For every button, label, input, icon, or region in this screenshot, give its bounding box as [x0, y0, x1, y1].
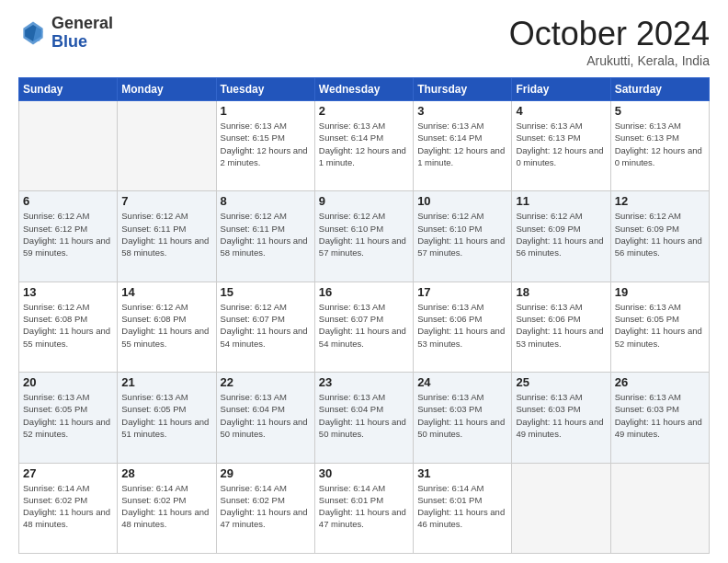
page: General Blue October 2024 Arukutti, Kera… — [0, 0, 728, 563]
logo-text: General Blue — [51, 15, 113, 52]
day-info: Sunrise: 6:13 AMSunset: 6:06 PMDaylight:… — [417, 301, 507, 350]
day-number: 12 — [615, 194, 705, 208]
day-info: Sunrise: 6:12 AMSunset: 6:07 PMDaylight:… — [221, 301, 311, 350]
day-number: 24 — [417, 375, 507, 389]
day-info: Sunrise: 6:13 AMSunset: 6:04 PMDaylight:… — [221, 391, 311, 440]
calendar-cell: 14Sunrise: 6:12 AMSunset: 6:08 PMDayligh… — [118, 282, 216, 372]
day-number: 21 — [121, 375, 211, 389]
calendar-cell: 20Sunrise: 6:13 AMSunset: 6:05 PMDayligh… — [19, 373, 118, 463]
calendar-cell: 22Sunrise: 6:13 AMSunset: 6:04 PMDayligh… — [216, 373, 314, 463]
day-info: Sunrise: 6:13 AMSunset: 6:07 PMDaylight:… — [319, 301, 409, 350]
calendar-cell: 19Sunrise: 6:13 AMSunset: 6:05 PMDayligh… — [610, 282, 709, 372]
weekday-header: Monday — [118, 78, 216, 101]
calendar-cell: 5Sunrise: 6:13 AMSunset: 6:13 PMDaylight… — [610, 101, 709, 191]
calendar-cell: 11Sunrise: 6:12 AMSunset: 6:09 PMDayligh… — [512, 191, 610, 282]
calendar-cell: 29Sunrise: 6:14 AMSunset: 6:02 PMDayligh… — [216, 463, 314, 553]
day-info: Sunrise: 6:13 AMSunset: 6:13 PMDaylight:… — [516, 120, 606, 168]
day-info: Sunrise: 6:13 AMSunset: 6:03 PMDaylight:… — [615, 391, 705, 440]
day-number: 17 — [417, 285, 507, 299]
day-number: 31 — [417, 466, 507, 480]
calendar-cell: 25Sunrise: 6:13 AMSunset: 6:03 PMDayligh… — [512, 373, 610, 463]
day-info: Sunrise: 6:14 AMSunset: 6:01 PMDaylight:… — [417, 482, 507, 531]
calendar-cell: 9Sunrise: 6:12 AMSunset: 6:10 PMDaylight… — [314, 191, 413, 282]
day-number: 8 — [221, 194, 311, 208]
weekday-header: Tuesday — [216, 78, 314, 101]
day-number: 30 — [319, 466, 409, 480]
calendar-cell: 12Sunrise: 6:12 AMSunset: 6:09 PMDayligh… — [610, 191, 709, 282]
day-number: 7 — [121, 194, 211, 208]
day-info: Sunrise: 6:14 AMSunset: 6:02 PMDaylight:… — [221, 482, 311, 531]
logo-icon — [18, 18, 48, 48]
calendar: SundayMondayTuesdayWednesdayThursdayFrid… — [18, 77, 710, 554]
day-info: Sunrise: 6:13 AMSunset: 6:06 PMDaylight:… — [516, 301, 606, 350]
day-number: 22 — [221, 375, 311, 389]
day-number: 23 — [319, 375, 409, 389]
weekday-header-row: SundayMondayTuesdayWednesdayThursdayFrid… — [19, 78, 710, 101]
day-info: Sunrise: 6:12 AMSunset: 6:09 PMDaylight:… — [516, 210, 606, 259]
calendar-cell: 13Sunrise: 6:12 AMSunset: 6:08 PMDayligh… — [19, 282, 118, 372]
calendar-cell: 3Sunrise: 6:13 AMSunset: 6:14 PMDaylight… — [414, 101, 512, 191]
calendar-cell: 30Sunrise: 6:14 AMSunset: 6:01 PMDayligh… — [314, 463, 413, 553]
calendar-cell: 27Sunrise: 6:14 AMSunset: 6:02 PMDayligh… — [19, 463, 118, 553]
day-number: 25 — [516, 375, 606, 389]
logo: General Blue — [18, 15, 113, 52]
day-info: Sunrise: 6:12 AMSunset: 6:08 PMDaylight:… — [121, 301, 211, 350]
day-number: 16 — [319, 285, 409, 299]
calendar-cell: 28Sunrise: 6:14 AMSunset: 6:02 PMDayligh… — [118, 463, 216, 553]
day-info: Sunrise: 6:14 AMSunset: 6:02 PMDaylight:… — [121, 482, 211, 531]
day-info: Sunrise: 6:13 AMSunset: 6:05 PMDaylight:… — [23, 391, 113, 440]
calendar-cell — [118, 101, 216, 191]
calendar-week-row: 1Sunrise: 6:13 AMSunset: 6:15 PMDaylight… — [19, 101, 710, 191]
day-number: 19 — [615, 285, 705, 299]
day-number: 27 — [23, 466, 113, 480]
calendar-cell: 4Sunrise: 6:13 AMSunset: 6:13 PMDaylight… — [512, 101, 610, 191]
day-number: 5 — [615, 104, 705, 118]
calendar-cell: 16Sunrise: 6:13 AMSunset: 6:07 PMDayligh… — [314, 282, 413, 372]
day-number: 20 — [23, 375, 113, 389]
day-info: Sunrise: 6:12 AMSunset: 6:11 PMDaylight:… — [121, 210, 211, 259]
day-info: Sunrise: 6:12 AMSunset: 6:09 PMDaylight:… — [615, 210, 705, 259]
calendar-cell: 1Sunrise: 6:13 AMSunset: 6:15 PMDaylight… — [216, 101, 314, 191]
header: General Blue October 2024 Arukutti, Kera… — [18, 15, 710, 68]
day-info: Sunrise: 6:12 AMSunset: 6:10 PMDaylight:… — [417, 210, 507, 259]
weekday-header: Sunday — [19, 78, 118, 101]
day-number: 2 — [319, 104, 409, 118]
day-info: Sunrise: 6:13 AMSunset: 6:03 PMDaylight:… — [417, 391, 507, 440]
day-number: 11 — [516, 194, 606, 208]
calendar-cell: 6Sunrise: 6:12 AMSunset: 6:12 PMDaylight… — [19, 191, 118, 282]
day-number: 10 — [417, 194, 507, 208]
day-info: Sunrise: 6:14 AMSunset: 6:02 PMDaylight:… — [23, 482, 113, 531]
title-block: October 2024 Arukutti, Kerala, India — [509, 15, 710, 68]
day-number: 9 — [319, 194, 409, 208]
weekday-header: Saturday — [610, 78, 709, 101]
calendar-cell: 18Sunrise: 6:13 AMSunset: 6:06 PMDayligh… — [512, 282, 610, 372]
day-number: 18 — [516, 285, 606, 299]
day-info: Sunrise: 6:13 AMSunset: 6:03 PMDaylight:… — [516, 391, 606, 440]
calendar-week-row: 27Sunrise: 6:14 AMSunset: 6:02 PMDayligh… — [19, 463, 710, 553]
calendar-cell: 26Sunrise: 6:13 AMSunset: 6:03 PMDayligh… — [610, 373, 709, 463]
weekday-header: Wednesday — [314, 78, 413, 101]
day-number: 13 — [23, 285, 113, 299]
day-number: 3 — [417, 104, 507, 118]
calendar-cell: 23Sunrise: 6:13 AMSunset: 6:04 PMDayligh… — [314, 373, 413, 463]
day-number: 1 — [221, 104, 311, 118]
day-info: Sunrise: 6:13 AMSunset: 6:14 PMDaylight:… — [417, 120, 507, 168]
day-number: 15 — [221, 285, 311, 299]
day-info: Sunrise: 6:13 AMSunset: 6:13 PMDaylight:… — [615, 120, 705, 168]
calendar-week-row: 13Sunrise: 6:12 AMSunset: 6:08 PMDayligh… — [19, 282, 710, 372]
day-info: Sunrise: 6:12 AMSunset: 6:08 PMDaylight:… — [23, 301, 113, 350]
calendar-cell: 7Sunrise: 6:12 AMSunset: 6:11 PMDaylight… — [118, 191, 216, 282]
calendar-cell — [610, 463, 709, 553]
day-info: Sunrise: 6:13 AMSunset: 6:05 PMDaylight:… — [615, 301, 705, 350]
calendar-cell: 15Sunrise: 6:12 AMSunset: 6:07 PMDayligh… — [216, 282, 314, 372]
calendar-cell: 24Sunrise: 6:13 AMSunset: 6:03 PMDayligh… — [414, 373, 512, 463]
day-info: Sunrise: 6:14 AMSunset: 6:01 PMDaylight:… — [319, 482, 409, 531]
calendar-cell: 21Sunrise: 6:13 AMSunset: 6:05 PMDayligh… — [118, 373, 216, 463]
weekday-header: Thursday — [414, 78, 512, 101]
weekday-header: Friday — [512, 78, 610, 101]
day-info: Sunrise: 6:13 AMSunset: 6:14 PMDaylight:… — [319, 120, 409, 168]
calendar-week-row: 20Sunrise: 6:13 AMSunset: 6:05 PMDayligh… — [19, 373, 710, 463]
day-number: 4 — [516, 104, 606, 118]
day-info: Sunrise: 6:13 AMSunset: 6:04 PMDaylight:… — [319, 391, 409, 440]
calendar-cell: 10Sunrise: 6:12 AMSunset: 6:10 PMDayligh… — [414, 191, 512, 282]
